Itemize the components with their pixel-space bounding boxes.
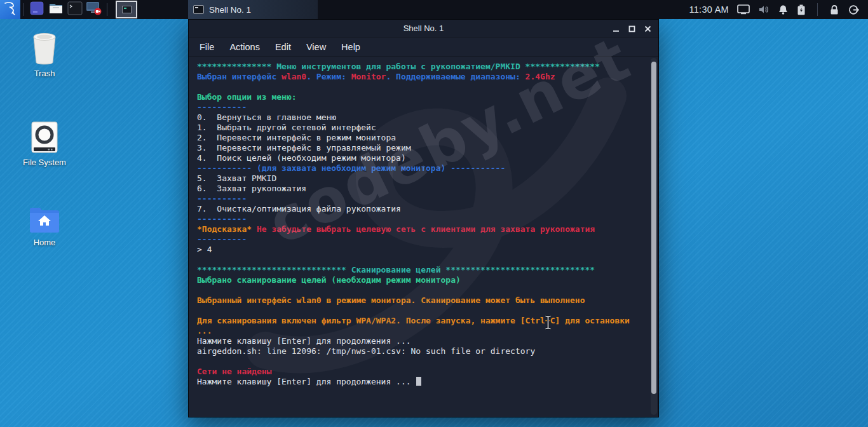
terminal-launcher-button[interactable] xyxy=(65,1,85,18)
menu-actions[interactable]: Actions xyxy=(222,40,267,54)
volume-muted-icon[interactable] xyxy=(758,4,770,15)
terminal-line: *************** Меню инструментов для ра… xyxy=(197,62,647,72)
minimize-button[interactable] xyxy=(611,24,620,33)
terminal-line: *Подсказка* Не забудьте выбрать целевую … xyxy=(197,224,647,234)
taskbar-separator xyxy=(24,3,24,16)
terminal-line: Нажмите клавишу [Enter] для продолжения … xyxy=(197,377,647,387)
terminal-line: 2. Перевести интерфейс в режим монитора xyxy=(197,133,647,143)
terminal-line: Выбор опции из меню: xyxy=(197,92,647,102)
terminal-line: airgeddon.sh: line 12096: /tmp/nws-01.cs… xyxy=(197,346,647,356)
terminal-line: Выбрано сканирование целей (необходим ре… xyxy=(197,275,647,285)
home-folder-icon xyxy=(14,201,75,234)
terminal-icon xyxy=(193,5,204,14)
window-titlebar[interactable]: Shell No. 1 xyxy=(189,20,658,37)
notifications-bell-icon[interactable] xyxy=(778,4,789,15)
clock: 11:30 AM xyxy=(689,4,729,15)
task-button-shell[interactable]: Shell No. 1 xyxy=(188,0,318,19)
window-menubar: File Actions Edit View Help xyxy=(189,37,658,57)
task-button-label: Shell No. 1 xyxy=(209,5,251,15)
desktop-icon-label: Home xyxy=(14,238,75,247)
kali-dragon-icon xyxy=(4,1,17,18)
taskbar-separator xyxy=(107,3,107,16)
screen-lock-icon[interactable] xyxy=(829,4,839,15)
terminal-line: Выбран интерфейс wlan0. Режим: Monitor. … xyxy=(197,72,647,82)
terminal-line xyxy=(197,255,647,265)
desktop-icon-label: File System xyxy=(14,158,75,167)
terminal-line: Нажмите клавишу [Enter] для продолжения … xyxy=(197,336,647,346)
desktop-icon-home[interactable]: Home xyxy=(14,201,75,247)
terminal-line: Для сканирования включен фильтр WPA/WPA2… xyxy=(197,316,647,326)
show-desktop-icon xyxy=(30,1,44,18)
status-tray: 11:30 AM xyxy=(689,3,868,16)
trash-icon xyxy=(14,32,75,65)
desktop-icon-file-system[interactable]: File System xyxy=(14,121,75,167)
desktop-icon-label: Trash xyxy=(14,69,75,78)
taskbar: Shell No. 1 11:30 AM xyxy=(0,0,868,19)
terminal-line: ****************************** Сканирова… xyxy=(197,265,647,275)
terminal-window: Shell No. 1 File Actions Edit View Help … xyxy=(188,19,659,417)
file-manager-button[interactable] xyxy=(46,1,65,18)
battery-charging-icon[interactable] xyxy=(797,4,806,15)
scrollbar-track[interactable] xyxy=(651,58,657,415)
terminal-line: ----------- (для захвата необходим режим… xyxy=(197,163,647,173)
desktop-icon-trash[interactable]: Trash xyxy=(14,32,75,78)
terminal-line xyxy=(197,285,647,295)
terminal-line: 1. Выбрать другой сетевой интерфейс xyxy=(197,123,647,133)
screen-recorder-icon xyxy=(86,1,102,18)
terminal-line: 6. Захват рукопожатия xyxy=(197,184,647,194)
terminal-icon xyxy=(67,1,83,18)
desktop: Shell No. 1 11:30 AM xyxy=(0,0,868,427)
menu-file[interactable]: File xyxy=(193,40,221,54)
terminal-line: 7. Очистка/оптимизация файла рукопожатия xyxy=(197,204,647,214)
terminal-block-cursor xyxy=(416,377,421,386)
screen-recorder-button[interactable] xyxy=(85,1,104,18)
menu-view[interactable]: View xyxy=(299,40,333,54)
terminal-line xyxy=(197,82,647,92)
terminal-line xyxy=(197,306,647,316)
show-desktop-button[interactable] xyxy=(27,1,46,18)
terminal-line: 3. Перевести интерфейс в управляемый реж… xyxy=(197,143,647,153)
terminal-line: 5. Захват PMKID xyxy=(197,173,647,184)
taskbar-separator xyxy=(817,3,818,16)
terminal-line: ---------- xyxy=(197,234,647,245)
close-button[interactable] xyxy=(643,24,652,33)
display-icon[interactable] xyxy=(737,4,750,15)
file-manager-icon xyxy=(48,1,64,18)
terminal-line: ---------- xyxy=(197,214,647,224)
maximize-button[interactable] xyxy=(627,24,636,33)
kali-menu-button[interactable] xyxy=(0,0,20,19)
terminal-line: ... xyxy=(197,326,647,336)
workspace-window-thumbnail xyxy=(122,6,132,13)
terminal-line: ---------- xyxy=(197,194,647,204)
terminal-line: > 4 xyxy=(197,245,647,255)
terminal-line: 0. Вернуться в главное меню xyxy=(197,112,647,123)
terminal-line: Сети не найдены xyxy=(197,367,647,377)
terminal-screen[interactable]: *************** Меню инструментов для ра… xyxy=(189,57,649,417)
scrollbar-thumb[interactable] xyxy=(651,62,656,394)
window-title: Shell No. 1 xyxy=(189,24,658,33)
workspace-pager[interactable] xyxy=(116,1,137,18)
terminal-line: 4. Поиск целей (необходим режим монитора… xyxy=(197,153,647,163)
terminal-line: Выбранный интерфейс wlan0 в режиме монит… xyxy=(197,295,647,306)
menu-edit[interactable]: Edit xyxy=(268,40,298,54)
menu-help[interactable]: Help xyxy=(334,40,367,54)
terminal-line: ---------- xyxy=(197,102,647,112)
log-out-icon[interactable] xyxy=(848,4,859,15)
terminal-line xyxy=(197,356,647,367)
hard-disk-icon xyxy=(14,121,75,154)
